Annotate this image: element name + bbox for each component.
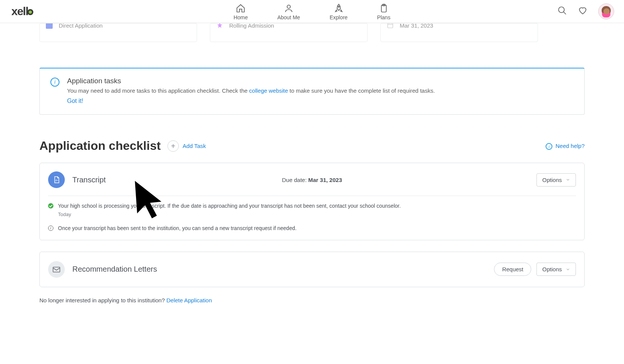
got-it-link[interactable]: Got it! [67,98,83,104]
logo-text: xell [11,5,28,18]
request-button[interactable]: Request [494,263,531,276]
nav-explore[interactable]: Explore [330,0,347,23]
transcript-options-label: Options [542,177,562,183]
transcript-due: Due date: Mar 31, 2023 [282,177,342,183]
summary-card-rolling-label: Rolling Admission [229,23,274,29]
checklist-letters-card: Recommendation Letters Request Options [39,252,585,287]
college-website-link[interactable]: college website [249,87,288,94]
document-icon: A+ [48,171,65,188]
help-info-icon: i [546,143,552,150]
transcript-status-row: Your high school is processing your tran… [48,202,576,218]
svg-rect-5 [388,23,393,28]
add-task-button[interactable]: + Add Task [167,140,206,152]
svg-point-4 [558,7,564,12]
clipboard-icon [379,3,389,13]
page-content: Direct Application Rolling Admission Mar… [39,23,585,319]
chevron-down-icon [566,267,570,272]
due-value: Mar 31, 2023 [308,177,342,183]
summary-card-rolling[interactable]: Rolling Admission [210,23,368,42]
footer-line: No longer interested in applying to this… [39,297,585,303]
transcript-header: A+ Transcript Due date: Mar 31, 2023 Opt… [48,171,576,188]
transcript-info-text: Once your transcript has been sent to th… [58,224,297,232]
add-task-label: Add Task [183,143,206,149]
nav-about-me[interactable]: About Me [277,0,300,23]
main-nav: Home About Me Explore Plans [234,0,391,23]
summary-card-direct[interactable]: Direct Application [39,23,197,42]
need-help-link[interactable]: i Need help? [546,142,585,150]
info-text-before: You may need to add more tasks to this a… [67,87,249,94]
letters-header: Recommendation Letters Request Options [48,261,576,278]
summary-card-direct-label: Direct Application [59,23,103,29]
nav-explore-label: Explore [330,14,347,20]
heart-icon [578,6,588,16]
info-banner-text: You may need to add more tasks to this a… [67,87,435,95]
info-text-after: to make sure you have the complete list … [288,87,435,94]
letters-options-button[interactable]: Options [536,263,576,276]
info-banner: i Application tasks You may need to add … [39,68,585,115]
divider [48,196,576,196]
envelope-icon [48,261,65,278]
need-help-label: Need help? [555,143,585,149]
home-icon [236,3,246,13]
summary-card-date-label: Mar 31, 2023 [400,23,433,29]
logo-dot-icon [27,9,33,15]
info-icon: i [50,78,59,87]
plus-icon: + [167,140,179,152]
svg-text:A+: A+ [55,179,58,182]
transcript-title: Transcript [72,176,106,184]
nav-home-label: Home [234,14,248,20]
nav-home[interactable]: Home [234,0,248,23]
section-heading-row: Application checklist + Add Task i Need … [39,139,585,153]
avatar[interactable] [598,3,614,19]
delete-application-link[interactable]: Delete Application [166,297,212,303]
svg-rect-7 [53,267,60,272]
person-icon [284,3,294,13]
svg-point-1 [338,6,339,7]
nav-about-label: About Me [277,14,300,20]
footer-text: No longer interested in applying to this… [39,297,166,303]
search-button[interactable] [557,6,567,17]
due-label: Due date: [282,177,308,183]
checkmark-icon [48,203,53,208]
transcript-status-text: Your high school is processing your tran… [58,202,401,210]
info-small-icon: i [48,226,53,231]
checklist-transcript-card: A+ Transcript Due date: Mar 31, 2023 Opt… [39,163,585,240]
search-icon [557,6,567,16]
summary-cards: Direct Application Rolling Admission Mar… [39,23,585,42]
rocket-icon [334,3,344,13]
transcript-options-button[interactable]: Options [536,173,576,187]
transcript-status-sub: Today [58,211,401,218]
logo[interactable]: xell [11,5,33,18]
star-icon [216,23,223,29]
info-banner-title: Application tasks [67,77,435,85]
summary-card-date[interactable]: Mar 31, 2023 [380,23,538,42]
nav-plans-label: Plans [377,14,390,20]
transcript-info-row: i Once your transcript has been sent to … [48,224,576,232]
topbar: xell Home About Me Explore Plans [0,0,624,23]
section-heading: Application checklist [39,139,161,153]
chevron-down-icon [566,177,570,182]
nav-plans[interactable]: Plans [377,0,390,23]
avatar-image [599,4,614,19]
calendar-icon [387,23,394,29]
topbar-right [557,3,614,19]
flag-icon [46,23,53,29]
favorites-button[interactable] [578,6,588,17]
svg-point-0 [287,5,291,8]
letters-options-label: Options [542,266,562,272]
letters-title: Recommendation Letters [72,265,157,274]
